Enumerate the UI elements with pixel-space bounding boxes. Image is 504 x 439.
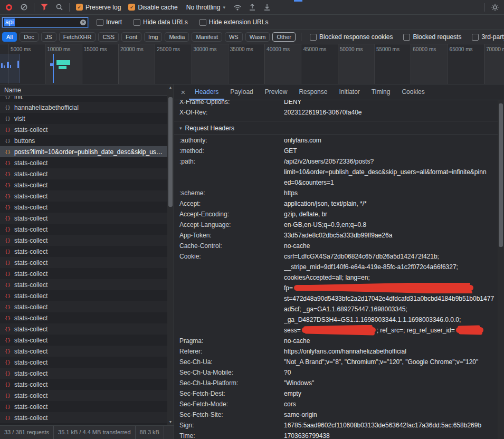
overview-activity-bar: [1, 63, 3, 68]
request-row[interactable]: {}stats-collect: [0, 390, 167, 401]
type-filter-ws[interactable]: WS: [225, 32, 243, 42]
scrollbar-thumb[interactable]: [499, 103, 503, 247]
request-row[interactable]: {}stats-collect: [0, 202, 167, 213]
request-row[interactable]: {}stats-collect: [0, 412, 167, 423]
import-har-button[interactable]: [245, 1, 259, 14]
overview-strip[interactable]: 5000 ms10000 ms15000 ms20000 ms25000 ms3…: [0, 44, 504, 84]
request-row[interactable]: {}stats-collect: [0, 279, 167, 290]
request-row[interactable]: {}stats-collect: [0, 124, 167, 135]
tab-initiator[interactable]: Initiator: [333, 84, 365, 100]
request-row[interactable]: {}stats-collect: [0, 312, 167, 323]
request-row[interactable]: {}stats-collect: [0, 368, 167, 379]
network-conditions-button[interactable]: [231, 1, 244, 14]
request-row-selected[interactable]: {}posts?limit=10&order=publish_date_desc…: [0, 146, 167, 157]
tab-cookies[interactable]: Cookies: [396, 84, 430, 100]
overview-activity-bar: [17, 61, 19, 68]
request-row[interactable]: {}stats-collect: [0, 268, 167, 279]
filter-toggle-button[interactable]: [37, 1, 51, 14]
request-row[interactable]: {}stats-collect: [0, 301, 167, 312]
clear-filter-icon[interactable]: ✕: [80, 20, 86, 25]
request-name: stats-collect: [14, 226, 165, 233]
request-row[interactable]: {}stats-collect: [0, 335, 167, 346]
request-headers-section-header[interactable]: ▾ Request Headers: [179, 121, 498, 135]
hide-extension-urls-checkbox[interactable]: Hide extension URLs: [199, 18, 269, 26]
script-file-icon: {}: [4, 260, 11, 265]
tab-preview[interactable]: Preview: [259, 84, 293, 100]
record-icon: [6, 4, 12, 11]
type-filter-js[interactable]: JS: [41, 32, 56, 42]
type-filter-all[interactable]: All: [2, 32, 17, 42]
filter-checkbox-3rd-party-requests[interactable]: 3rd-party requests: [472, 33, 504, 41]
filter-input[interactable]: api ✕: [2, 17, 88, 27]
type-filter-media[interactable]: Media: [165, 32, 189, 42]
header-value: empty: [284, 388, 498, 399]
toolbar-divider: [34, 3, 34, 12]
close-details-button[interactable]: ×: [177, 88, 189, 97]
request-name: stats-collect: [14, 359, 165, 366]
type-filter-manifest[interactable]: Manifest: [192, 32, 222, 42]
tab-headers[interactable]: Headers: [189, 84, 224, 100]
header-value: https: [284, 188, 498, 198]
request-row[interactable]: {}init: [0, 96, 167, 102]
request-row[interactable]: {}stats-collect: [0, 290, 167, 301]
header-value: same-origin: [284, 409, 498, 420]
filter-checkbox-blocked-requests[interactable]: Blocked requests: [403, 33, 461, 41]
filter-checkbox-blocked-response-cookies[interactable]: Blocked response cookies: [310, 33, 393, 41]
request-row[interactable]: {}stats-collect: [0, 357, 167, 368]
request-row[interactable]: {}stats-collect: [0, 379, 167, 390]
scrollbar-thumb[interactable]: [168, 97, 173, 207]
overview-gridline: [411, 44, 411, 84]
header-value: "Not_A Brand";v="8", "Chromium";v="120",…: [284, 357, 498, 367]
type-filter-css[interactable]: CSS: [98, 32, 119, 42]
type-filter-img[interactable]: Img: [144, 32, 162, 42]
type-filter-other[interactable]: Other: [272, 32, 296, 42]
tab-payload[interactable]: Payload: [224, 84, 259, 100]
header-value: DENY: [284, 100, 498, 107]
type-filter-fetch-xhr[interactable]: Fetch/XHR: [59, 32, 96, 42]
request-row[interactable]: {}stats-collect: [0, 401, 167, 412]
chevron-down-icon: ▾: [223, 5, 225, 10]
header-name: :method:: [179, 146, 284, 156]
script-file-icon: {}: [4, 360, 11, 365]
scroll-down-icon[interactable]: ▼: [167, 419, 174, 425]
request-row[interactable]: {}stats-collect: [0, 346, 167, 357]
request-row[interactable]: {}hannahelizabethofficial: [0, 102, 167, 113]
request-row[interactable]: {}stats-collect: [0, 190, 167, 202]
request-row[interactable]: {}stats-collect: [0, 213, 167, 224]
disable-cache-checkbox[interactable]: ✓ Disable cache: [128, 4, 177, 11]
request-row[interactable]: {}stats-collect: [0, 257, 167, 268]
record-button[interactable]: [2, 1, 16, 14]
header-value-text: ad5cf; _ga=GA1.1.689275447.1698003345;: [284, 306, 407, 313]
request-row[interactable]: {}stats-collect: [0, 224, 167, 235]
clear-button[interactable]: [17, 1, 31, 14]
request-row[interactable]: {}buttons: [0, 135, 167, 146]
throttling-dropdown[interactable]: No throttling ▾: [186, 4, 225, 11]
request-row[interactable]: {}stats-collect: [0, 157, 167, 168]
request-row[interactable]: {}stats-collect: [0, 246, 167, 257]
scroll-up-icon[interactable]: ▲: [167, 84, 174, 91]
name-column-header[interactable]: Name: [0, 84, 174, 96]
details-scrollbar[interactable]: [498, 100, 504, 439]
tab-timing[interactable]: Timing: [366, 84, 396, 100]
search-button[interactable]: [52, 1, 66, 14]
tab-response[interactable]: Response: [293, 84, 333, 100]
overview-time-label: 5000 ms: [11, 46, 31, 52]
request-row[interactable]: {}stats-collect: [0, 235, 167, 246]
type-filter-wasm[interactable]: Wasm: [245, 32, 270, 42]
request-row[interactable]: {}visit: [0, 113, 167, 124]
header-value-text: csrf=LdfcGX4Sa72db06824c657db26a5d142472…: [284, 253, 439, 260]
type-filter-font[interactable]: Font: [121, 32, 141, 42]
request-row[interactable]: {}stats-collect: [0, 168, 167, 179]
request-name: stats-collect: [14, 182, 165, 189]
type-filter-doc[interactable]: Doc: [20, 32, 39, 42]
request-list-scrollbar[interactable]: ▲ ▼: [167, 84, 174, 425]
invert-checkbox[interactable]: Invert: [97, 18, 122, 26]
request-row[interactable]: {}stats-collect: [0, 179, 167, 190]
export-har-button[interactable]: [260, 1, 274, 14]
settings-button[interactable]: [488, 1, 502, 14]
request-row[interactable]: {}stats-collect: [0, 423, 167, 425]
preserve-log-checkbox[interactable]: ✓ Preserve log: [76, 4, 121, 11]
hide-data-urls-checkbox[interactable]: Hide data URLs: [134, 18, 188, 26]
transferred-size: 35.1 kB / 4.4 MB transferred: [54, 426, 136, 439]
request-row[interactable]: {}stats-collect: [0, 323, 167, 335]
